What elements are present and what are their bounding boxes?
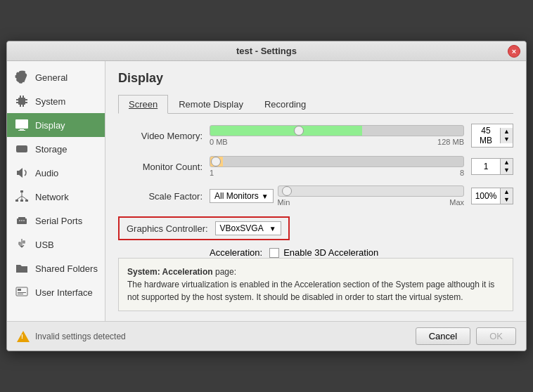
scale-thumb[interactable] — [282, 186, 292, 196]
sidebar-label-storage: Storage — [35, 144, 68, 155]
status-text: Invalid settings detected — [35, 332, 126, 341]
acceleration-checkbox-text: Enable 3D Acceleration — [283, 247, 378, 258]
svg-rect-11 — [18, 130, 25, 131]
speaker-icon — [14, 165, 30, 181]
scale-factor-row: Scale Factor: All Monitors ▼ Min — [118, 185, 513, 207]
acceleration-checkbox-label[interactable]: Enable 3D Acceleration — [269, 247, 378, 258]
settings-window: test - Settings × General System — [6, 41, 527, 351]
monitor-icon — [14, 117, 30, 133]
sidebar-item-usb[interactable]: USB — [7, 233, 105, 256]
warning-triangle-icon: ! — [17, 331, 30, 342]
scale-spinbox[interactable]: 100% ▲ ▼ — [471, 188, 513, 204]
chevron-down-icon: ▼ — [262, 192, 269, 200]
sidebar-label-network: Network — [35, 192, 69, 202]
disk-icon — [14, 141, 30, 157]
monitor-count-up[interactable]: ▲ — [501, 159, 513, 166]
folder-icon — [14, 261, 30, 276]
svg-line-23 — [22, 196, 27, 200]
video-memory-slider-labels: 0 MB 128 MB — [210, 138, 464, 146]
svg-rect-19 — [25, 200, 28, 202]
video-memory-down[interactable]: ▼ — [501, 136, 513, 143]
ok-button[interactable]: OK — [476, 327, 516, 345]
graphics-controller-section: Graphics Controller: VBoxSVGA ▼ — [118, 216, 513, 240]
svg-rect-2 — [23, 96, 24, 98]
video-memory-slider-track[interactable] — [210, 125, 464, 136]
scale-up[interactable]: ▲ — [501, 188, 513, 196]
monitor-count-row: Monitor Count: 1 8 1 ▲ — [118, 156, 513, 177]
cancel-button[interactable]: Cancel — [416, 327, 470, 345]
sidebar-label-user-interface: User Interface — [35, 287, 93, 298]
sidebar-item-shared-folders[interactable]: Shared Folders — [7, 256, 105, 280]
sidebar: General System Display Sto — [7, 61, 105, 321]
video-memory-spinbox[interactable]: 45 MB ▲ ▼ — [471, 124, 513, 148]
svg-rect-17 — [15, 200, 18, 202]
svg-rect-29 — [16, 287, 27, 296]
svg-rect-18 — [20, 200, 23, 202]
tab-remote-display[interactable]: Remote Display — [168, 95, 254, 114]
footer: ! Invalid settings detected Cancel OK — [7, 321, 526, 351]
monitor-count-slider-labels: 1 8 — [210, 169, 464, 177]
acceleration-checkbox[interactable] — [269, 248, 279, 258]
footer-buttons: Cancel OK — [416, 327, 516, 345]
monitor-count-value: 1 — [472, 160, 500, 173]
svg-rect-5 — [16, 99, 18, 100]
graphics-controller-dropdown[interactable]: VBoxSVGA ▼ — [215, 221, 281, 235]
acceleration-row: Acceleration: Enable 3D Acceleration — [210, 247, 513, 258]
video-memory-label: Video Memory: — [118, 131, 203, 141]
monitor-select[interactable]: All Monitors ▼ — [210, 189, 274, 203]
svg-rect-9 — [15, 119, 28, 129]
scale-factor-label: Scale Factor: — [118, 191, 203, 202]
title-bar: test - Settings × — [7, 41, 526, 61]
video-memory-up[interactable]: ▲ — [501, 128, 513, 136]
monitor-count-down[interactable]: ▼ — [501, 166, 513, 174]
svg-rect-4 — [23, 105, 24, 107]
sidebar-item-serial-ports[interactable]: Serial Ports — [7, 209, 105, 233]
sidebar-label-audio: Audio — [35, 168, 58, 178]
svg-rect-1 — [20, 96, 21, 98]
sidebar-item-system[interactable]: System — [7, 89, 105, 113]
sidebar-label-shared-folders: Shared Folders — [35, 263, 98, 274]
monitor-count-thumb[interactable] — [211, 157, 221, 166]
sidebar-item-network[interactable]: Network — [7, 185, 105, 209]
scale-value: 100% — [472, 190, 500, 202]
chip-icon — [14, 93, 30, 109]
svg-rect-0 — [18, 98, 25, 105]
close-button[interactable]: × — [508, 45, 520, 58]
tab-screen[interactable]: Screen — [118, 95, 168, 114]
monitor-count-slider-container: 1 8 — [210, 156, 464, 177]
svg-rect-15 — [18, 149, 21, 150]
scale-down[interactable]: ▼ — [501, 196, 513, 204]
svg-rect-8 — [25, 102, 27, 103]
sidebar-label-general: General — [35, 72, 68, 83]
scale-arrows: ▲ ▼ — [500, 188, 513, 204]
sidebar-label-display: Display — [35, 120, 65, 131]
sidebar-label-serial-ports: Serial Ports — [35, 216, 82, 226]
sidebar-item-storage[interactable]: Storage — [7, 137, 105, 161]
warning-box: System: Acceleration page:The hardware v… — [118, 258, 513, 311]
svg-rect-26 — [19, 220, 20, 221]
tab-recording[interactable]: Recording — [254, 95, 316, 114]
svg-point-13 — [25, 148, 27, 150]
sidebar-item-user-interface[interactable]: User Interface — [7, 280, 105, 304]
tab-bar: Screen Remote Display Recording — [118, 94, 513, 114]
scale-slider-container: Min Max — [278, 185, 464, 207]
svg-rect-32 — [18, 294, 23, 294]
svg-rect-30 — [18, 289, 21, 291]
monitor-count-spinbox[interactable]: 1 ▲ ▼ — [471, 158, 513, 175]
sidebar-item-general[interactable]: General — [7, 65, 105, 89]
settings-content: Video Memory: 0 MB 128 MB 45 MB ▲ — [118, 124, 513, 258]
scale-slider-track[interactable] — [278, 185, 464, 197]
video-memory-value: 45 MB — [472, 124, 500, 147]
warning-title: System: Acceleration — [127, 267, 213, 277]
usb-icon — [14, 237, 30, 252]
svg-rect-6 — [16, 102, 18, 103]
svg-rect-7 — [25, 99, 27, 100]
sidebar-item-display[interactable]: Display — [7, 113, 105, 137]
monitor-count-slider-track[interactable] — [210, 156, 464, 167]
svg-rect-16 — [20, 190, 23, 192]
dropdown-arrow-icon: ▼ — [269, 225, 276, 233]
main-panel: Display Screen Remote Display Recording … — [105, 61, 526, 321]
sidebar-item-audio[interactable]: Audio — [7, 161, 105, 185]
video-memory-thumb[interactable] — [294, 126, 304, 136]
svg-rect-3 — [20, 105, 21, 107]
